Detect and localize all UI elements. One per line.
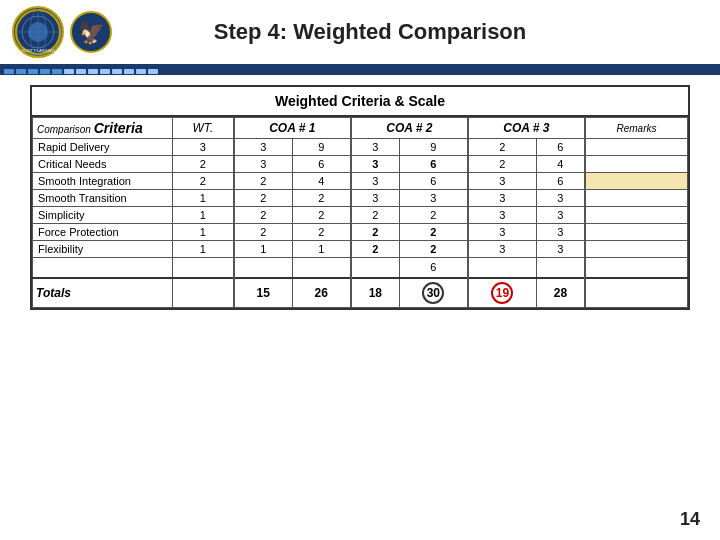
c1b-cell: 6 <box>292 156 351 173</box>
c3a-cell: 3 <box>468 190 537 207</box>
c1a-cell: 3 <box>234 156 293 173</box>
logo-eagle: 🦅 <box>70 6 112 58</box>
remarks-header: Remarks <box>585 118 688 139</box>
extra-c1b <box>292 258 351 278</box>
c3b-cell: 6 <box>536 139 585 156</box>
table-row: Critical Needs 2 3 6 3 6 2 4 <box>33 156 688 173</box>
c2b-cell: 9 <box>399 139 468 156</box>
table-row: Force Protection 1 2 2 2 2 3 3 <box>33 224 688 241</box>
remarks-cell <box>585 139 688 156</box>
remarks-cell <box>585 190 688 207</box>
c1b-cell: 2 <box>292 190 351 207</box>
c2a-cell: 3 <box>351 190 399 207</box>
extra-wt <box>173 258 234 278</box>
circled-value-30: 30 <box>422 282 444 304</box>
table-row: Smooth Integration 2 2 4 3 6 3 6 <box>33 173 688 190</box>
c3b-cell: 6 <box>536 173 585 190</box>
c1a-cell: 2 <box>234 224 293 241</box>
c1a-cell: 1 <box>234 241 293 258</box>
c3b-cell: 3 <box>536 207 585 224</box>
criteria-cell: Smooth Transition <box>33 190 173 207</box>
criteria-cell: Simplicity <box>33 207 173 224</box>
c3a-cell: 2 <box>468 156 537 173</box>
totals-c1b: 26 <box>292 278 351 308</box>
logo-area: JOINT PLANNING 🦅 <box>12 6 112 58</box>
c1a-cell: 2 <box>234 207 293 224</box>
totals-c3b: 28 <box>536 278 585 308</box>
wt-cell: 1 <box>173 190 234 207</box>
table-row: Rapid Delivery 3 3 9 3 9 2 6 <box>33 139 688 156</box>
extra-criteria <box>33 258 173 278</box>
remarks-cell <box>585 207 688 224</box>
c2b-cell: 3 <box>399 190 468 207</box>
extra-c3b <box>536 258 585 278</box>
remarks-cell <box>585 224 688 241</box>
table-row: Simplicity 1 2 2 2 2 3 3 <box>33 207 688 224</box>
c2b-cell: 2 <box>399 207 468 224</box>
totals-c3a-circled: 19 <box>468 278 537 308</box>
wt-cell: 2 <box>173 173 234 190</box>
criteria-cell: Force Protection <box>33 224 173 241</box>
section-title: Weighted Criteria & Scale <box>32 87 688 117</box>
c2a-cell: 3 <box>351 139 399 156</box>
comparison-criteria-header: Comparison Criteria <box>33 118 173 139</box>
c1b-cell: 1 <box>292 241 351 258</box>
svg-text:🦅: 🦅 <box>78 19 106 46</box>
criteria-cell: Critical Needs <box>33 156 173 173</box>
remarks-cell <box>585 156 688 173</box>
page-title: Step 4: Weighted Comparison <box>112 19 708 45</box>
extra-remarks <box>585 258 688 278</box>
wt-cell: 2 <box>173 156 234 173</box>
logo-circle: JOINT PLANNING <box>12 6 64 58</box>
c2a-cell: 2 <box>351 224 399 241</box>
wt-cell: 1 <box>173 207 234 224</box>
c3a-cell: 3 <box>468 241 537 258</box>
c3a-cell: 3 <box>468 207 537 224</box>
extra-c3a <box>468 258 537 278</box>
table-row: Smooth Transition 1 2 2 3 3 3 3 <box>33 190 688 207</box>
c2a-cell: 3 <box>351 173 399 190</box>
c1a-cell: 2 <box>234 173 293 190</box>
extra-c2b: 6 <box>399 258 468 278</box>
criteria-cell: Flexibility <box>33 241 173 258</box>
c3a-cell: 3 <box>468 173 537 190</box>
c3b-cell: 3 <box>536 241 585 258</box>
table-row: Flexibility 1 1 1 2 2 3 3 <box>33 241 688 258</box>
extra-c2a <box>351 258 399 278</box>
totals-remarks <box>585 278 688 308</box>
criteria-label: Criteria <box>94 120 143 136</box>
totals-wt <box>173 278 234 308</box>
c3b-cell: 3 <box>536 224 585 241</box>
coa1-header: COA # 1 <box>234 118 351 139</box>
main-content: Weighted Criteria & Scale Comparison Cri… <box>0 75 720 320</box>
totals-c2b-circled: 30 <box>399 278 468 308</box>
wt-header: WT. <box>173 118 234 139</box>
c2b-cell: 6 <box>399 156 468 173</box>
wt-cell: 1 <box>173 224 234 241</box>
c2a-cell: 2 <box>351 241 399 258</box>
column-header-row: Comparison Criteria WT. COA # 1 COA # 2 … <box>33 118 688 139</box>
c1a-cell: 2 <box>234 190 293 207</box>
c2a-cell: 3 <box>351 156 399 173</box>
comparison-table-container: Weighted Criteria & Scale Comparison Cri… <box>30 85 690 310</box>
c1a-cell: 3 <box>234 139 293 156</box>
extra-c1a <box>234 258 293 278</box>
wt-cell: 3 <box>173 139 234 156</box>
c2b-cell: 2 <box>399 241 468 258</box>
remarks-cell <box>585 173 688 190</box>
dot-bar <box>0 67 720 75</box>
totals-c2a: 18 <box>351 278 399 308</box>
criteria-cell: Smooth Integration <box>33 173 173 190</box>
c1b-cell: 4 <box>292 173 351 190</box>
weighted-comparison-table: Comparison Criteria WT. COA # 1 COA # 2 … <box>32 117 688 308</box>
c1b-cell: 2 <box>292 207 351 224</box>
comparison-label: Comparison <box>37 124 94 135</box>
c3b-cell: 4 <box>536 156 585 173</box>
coa2-header: COA # 2 <box>351 118 468 139</box>
remarks-cell <box>585 241 688 258</box>
coa3-header: COA # 3 <box>468 118 585 139</box>
c3a-cell: 2 <box>468 139 537 156</box>
c1b-cell: 2 <box>292 224 351 241</box>
page-header: JOINT PLANNING 🦅 Step 4: Weighted Compar… <box>0 0 720 67</box>
c2a-cell: 2 <box>351 207 399 224</box>
